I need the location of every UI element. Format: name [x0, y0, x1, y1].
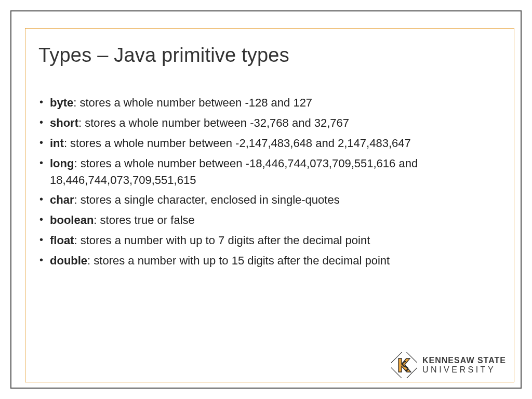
term: float — [50, 234, 74, 247]
list-item: float: stores a number with up to 7 digi… — [38, 232, 499, 249]
description: : stores a whole number between -18,446,… — [50, 157, 418, 187]
logo-line-1: KENNESAW STATE — [422, 356, 506, 365]
slide-title: Types – Java primitive types — [38, 44, 499, 66]
term: char — [50, 193, 74, 206]
list-item: char: stores a single character, enclose… — [38, 192, 499, 208]
list-item: double: stores a number with up to 15 di… — [38, 252, 499, 269]
description: : stores a number with up to 15 digits a… — [87, 254, 390, 267]
description: : stores a single character, enclosed in… — [74, 193, 339, 206]
list-item: boolean: stores true or false — [38, 212, 499, 229]
term: boolean — [50, 214, 94, 227]
ks-monogram-icon — [391, 352, 417, 378]
university-logo: KENNESAW STATE UNIVERSITY — [391, 352, 506, 378]
list-item: short: stores a whole number between -32… — [38, 115, 499, 131]
list-item: int: stores a whole number between -2,14… — [38, 135, 499, 152]
description: : stores a whole number between -32,768 … — [78, 116, 349, 129]
term: byte — [50, 96, 73, 109]
term: long — [50, 157, 74, 170]
term: short — [50, 116, 78, 129]
description: : stores true or false — [94, 214, 194, 227]
term: int — [50, 137, 64, 150]
bullet-list: byte: stores a whole number between -128… — [38, 95, 499, 269]
description: : stores a whole number between -128 and… — [73, 96, 312, 109]
term: double — [50, 254, 87, 267]
description: : stores a number with up to 7 digits af… — [74, 234, 370, 247]
description: : stores a whole number between -2,147,4… — [64, 137, 411, 150]
list-item: long: stores a whole number between -18,… — [38, 155, 499, 189]
logo-line-2: UNIVERSITY — [422, 366, 506, 374]
list-item: byte: stores a whole number between -128… — [38, 95, 499, 111]
logo-text: KENNESAW STATE UNIVERSITY — [422, 356, 506, 374]
slide-content: Types – Java primitive types byte: store… — [38, 44, 499, 273]
